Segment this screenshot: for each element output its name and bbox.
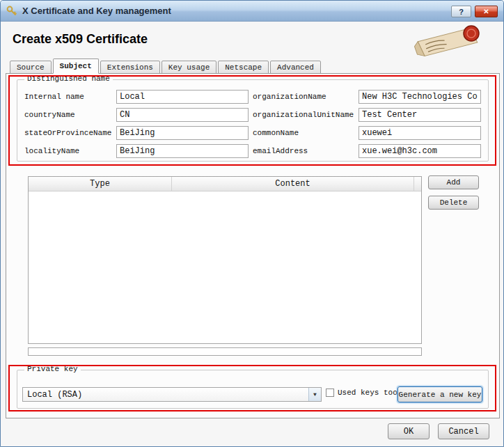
tab-key-usage[interactable]: Key usage bbox=[162, 61, 216, 74]
internal-name-input[interactable] bbox=[116, 90, 249, 104]
email-address-label: emailAddress bbox=[253, 147, 354, 155]
window-title: X Certificate and Key management bbox=[22, 6, 171, 16]
tab-bar: Source Subject Extensions Key usage Nets… bbox=[10, 58, 322, 74]
column-header-content[interactable]: Content bbox=[172, 177, 414, 191]
dialog-window: X Certificate and Key management ? ✕ Cre… bbox=[0, 0, 504, 447]
help-button[interactable]: ? bbox=[451, 6, 471, 17]
distinguished-name-group: Distinguished name Internal name organiz… bbox=[17, 79, 489, 162]
table-header: Type Content bbox=[29, 177, 421, 191]
ok-button[interactable]: OK bbox=[388, 423, 430, 439]
add-button[interactable]: Add bbox=[428, 175, 479, 189]
tab-advanced[interactable]: Advanced bbox=[270, 61, 321, 74]
private-key-legend: Private key bbox=[24, 365, 81, 373]
help-icon: ? bbox=[459, 8, 464, 16]
used-keys-label: Used keys too bbox=[338, 389, 397, 397]
organizational-unit-label: organizationalUnitName bbox=[253, 111, 354, 119]
table-horizontal-scrollbar[interactable] bbox=[28, 347, 422, 356]
distinguished-name-legend: Distinguished name bbox=[24, 74, 113, 83]
locality-name-input[interactable] bbox=[116, 144, 249, 158]
organization-name-label: organizationName bbox=[253, 93, 354, 101]
used-keys-checkbox[interactable] bbox=[326, 389, 334, 397]
tab-netscape[interactable]: Netscape bbox=[218, 61, 269, 74]
state-or-province-input[interactable] bbox=[116, 126, 249, 140]
tab-source[interactable]: Source bbox=[10, 61, 52, 74]
common-name-label: commonName bbox=[253, 129, 354, 137]
country-name-input[interactable] bbox=[116, 108, 249, 122]
chevron-down-icon: ▼ bbox=[308, 388, 321, 401]
key-icon bbox=[6, 6, 17, 17]
country-name-label: countryName bbox=[24, 111, 112, 119]
common-name-input[interactable] bbox=[359, 126, 481, 140]
close-icon: ✕ bbox=[483, 8, 489, 15]
titlebar[interactable]: X Certificate and Key management ? ✕ bbox=[1, 1, 503, 22]
private-key-selected-value: Local (RSA) bbox=[23, 390, 308, 400]
private-key-select[interactable]: Local (RSA) ▼ bbox=[22, 387, 322, 402]
generate-new-key-button[interactable]: Generate a new key bbox=[397, 386, 482, 402]
email-address-input[interactable] bbox=[359, 144, 481, 158]
dn-entries-table: Type Content bbox=[28, 176, 422, 344]
delete-button[interactable]: Delete bbox=[428, 196, 479, 210]
close-button[interactable]: ✕ bbox=[475, 6, 498, 17]
column-header-stub bbox=[414, 177, 421, 191]
xca-seal-logo bbox=[414, 24, 484, 57]
state-or-province-label: stateOrProvinceName bbox=[24, 129, 112, 137]
subject-tab-panel: Distinguished name Internal name organiz… bbox=[6, 73, 500, 418]
cancel-button[interactable]: Cancel bbox=[438, 423, 489, 439]
used-keys-checkbox-group[interactable]: Used keys too bbox=[326, 389, 397, 397]
column-header-type[interactable]: Type bbox=[29, 177, 172, 191]
entries-table-body[interactable] bbox=[29, 191, 421, 343]
tab-extensions[interactable]: Extensions bbox=[100, 61, 160, 74]
distinguished-name-grid: Internal name organizationName countryNa… bbox=[24, 90, 481, 158]
organization-name-input[interactable] bbox=[359, 90, 481, 104]
locality-name-label: localityName bbox=[24, 147, 112, 155]
tab-subject[interactable]: Subject bbox=[53, 58, 99, 74]
page-title: Create x509 Certificate bbox=[13, 32, 148, 47]
organizational-unit-input[interactable] bbox=[359, 108, 481, 122]
internal-name-label: Internal name bbox=[24, 93, 112, 101]
